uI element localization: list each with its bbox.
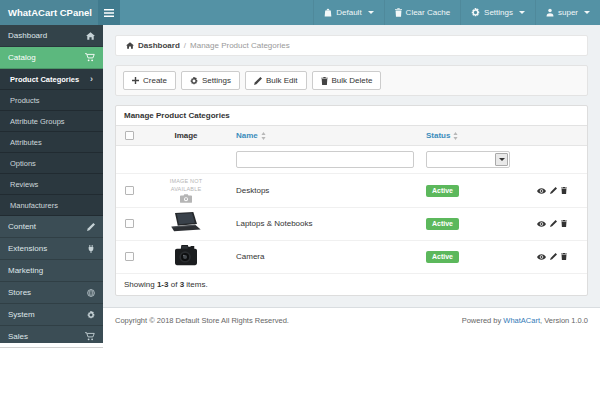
sidebar-item-dashboard[interactable]: Dashboard	[0, 25, 103, 47]
breadcrumb-current: Manage Product Categories	[190, 41, 290, 50]
content-area: Dashboard / Manage Product Categories Cr…	[103, 25, 600, 307]
gear-icon	[190, 77, 198, 85]
sort-icon	[261, 132, 266, 140]
app-window: WhatACart CPanel Default Clear Cache Set…	[0, 0, 600, 400]
sidebar-item-stores[interactable]: Stores	[0, 282, 103, 304]
gear-icon	[471, 8, 480, 17]
gear-icon	[87, 311, 95, 319]
name-filter-input[interactable]	[236, 151, 414, 168]
view-button[interactable]	[537, 254, 546, 260]
view-button[interactable]	[537, 188, 546, 194]
table-header-row: Image Name Status	[116, 126, 587, 146]
bulk-edit-button-label: Bulk Edit	[266, 76, 298, 85]
summary-range: 1-3	[157, 280, 169, 289]
pencil-icon	[87, 223, 95, 231]
sidebar-item-content[interactable]: Content	[0, 216, 103, 238]
category-name-cell: Camera	[230, 240, 420, 273]
column-header-actions	[516, 126, 587, 146]
version-text: , Version 1.0.0	[540, 316, 588, 325]
status-badge: Active	[426, 185, 459, 197]
no-image-placeholder: Image not available	[148, 178, 224, 202]
row-checkbox[interactable]	[125, 186, 134, 195]
status-filter-select[interactable]	[426, 151, 510, 168]
navbar-menu: Default Clear Cache Settings super	[313, 0, 600, 25]
caret-down-icon	[499, 158, 505, 161]
row-checkbox[interactable]	[125, 252, 134, 261]
clear-cache-button[interactable]: Clear Cache	[384, 0, 460, 25]
row-checkbox[interactable]	[125, 219, 134, 228]
column-header-image: Image	[142, 126, 230, 146]
sidebar-subitem-attribute-groups[interactable]: Attribute Groups	[0, 111, 103, 132]
sidebar-toggle-button[interactable]	[98, 0, 120, 25]
eye-icon	[537, 221, 546, 227]
hamburger-icon	[104, 9, 114, 17]
column-header-status-label: Status	[426, 131, 450, 140]
settings-button[interactable]: Settings	[181, 71, 240, 90]
view-button[interactable]	[537, 221, 546, 227]
bulk-delete-button-label: Bulk Delete	[332, 76, 373, 85]
update-button[interactable]	[550, 187, 557, 194]
bulk-edit-button[interactable]: Bulk Edit	[245, 71, 307, 90]
laptop-product-image	[169, 212, 203, 234]
breadcrumb-home-link[interactable]: Dashboard	[138, 41, 180, 50]
row-actions	[522, 187, 581, 194]
powered-by-text: Powered by WhatACart, Version 1.0.0	[462, 316, 588, 325]
sidebar-subitem-product-categories[interactable]: Product Categories	[0, 69, 103, 90]
sidebar-item-label: Sales	[8, 332, 28, 341]
breadcrumb: Dashboard / Manage Product Categories	[115, 35, 588, 56]
trash-icon	[561, 220, 567, 227]
sidebar-subitem-products[interactable]: Products	[0, 90, 103, 111]
home-icon	[86, 32, 95, 40]
subitem-label: Product Categories	[10, 75, 79, 84]
row-actions	[522, 220, 581, 227]
sort-icon	[453, 132, 458, 140]
plus-icon	[132, 77, 139, 84]
subitem-label: Attribute Groups	[10, 117, 65, 126]
catalog-submenu: Product Categories Products Attribute Gr…	[0, 69, 103, 216]
page-footer: Copyright © 2018 Default Store All Right…	[103, 307, 600, 343]
update-button[interactable]	[550, 253, 557, 260]
user-dropdown[interactable]: super	[535, 0, 600, 25]
sidebar-subitem-attributes[interactable]: Attributes	[0, 132, 103, 153]
subitem-label: Manufacturers	[10, 201, 58, 210]
category-name-cell: Laptops & Notebooks	[230, 207, 420, 240]
eye-icon	[537, 254, 546, 260]
sidebar-subitem-options[interactable]: Options	[0, 153, 103, 174]
sidebar-subitem-reviews[interactable]: Reviews	[0, 174, 103, 195]
store-dropdown-label: Default	[336, 8, 361, 17]
store-dropdown[interactable]: Default	[313, 0, 383, 25]
caret-down-icon	[368, 11, 374, 14]
delete-button[interactable]	[561, 253, 567, 260]
subitem-label: Products	[10, 96, 40, 105]
column-header-status-sort[interactable]: Status	[426, 131, 458, 140]
column-header-name-sort[interactable]: Name	[236, 131, 266, 140]
bulk-delete-button[interactable]: Bulk Delete	[312, 71, 382, 90]
sidebar-item-catalog[interactable]: Catalog	[0, 47, 103, 69]
table-row: Camera Active	[116, 240, 587, 273]
sidebar-item-system[interactable]: System	[0, 304, 103, 326]
delete-button[interactable]	[561, 220, 567, 227]
settings-dropdown[interactable]: Settings	[460, 0, 535, 25]
delete-button[interactable]	[561, 187, 567, 194]
sidebar-subitem-manufacturers[interactable]: Manufacturers	[0, 195, 103, 216]
sidebar-item-sales[interactable]: Sales	[0, 326, 103, 348]
summary-count: 3	[180, 280, 184, 289]
summary-text: of	[171, 280, 178, 289]
grid-summary: Showing 1-3 of 3 items.	[116, 274, 587, 295]
update-button[interactable]	[550, 220, 557, 227]
grid-panel-title: Manage Product Categories	[116, 106, 587, 126]
caret-down-icon	[519, 11, 525, 14]
sidebar-item-label: Content	[8, 222, 36, 231]
sidebar-item-marketing[interactable]: Marketing	[0, 260, 103, 282]
sidebar-item-label: Stores	[8, 288, 31, 297]
select-all-checkbox[interactable]	[125, 131, 134, 140]
eye-icon	[537, 188, 546, 194]
plug-icon	[87, 245, 95, 253]
brand-logo[interactable]: WhatACart CPanel	[0, 0, 98, 25]
create-button[interactable]: Create	[123, 71, 176, 90]
whatacart-link[interactable]: WhatACart	[503, 316, 540, 325]
sidebar-item-extensions[interactable]: Extensions	[0, 238, 103, 260]
table-row: Laptops & Notebooks Active	[116, 207, 587, 240]
pencil-icon	[550, 220, 557, 227]
select-dropdown-button[interactable]	[495, 153, 508, 166]
